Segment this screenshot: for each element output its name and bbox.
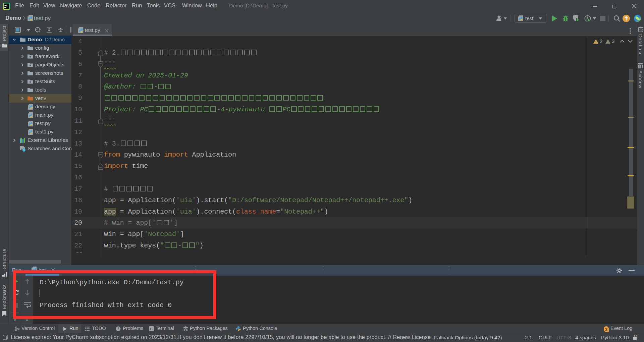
svg-text:PC: PC — [4, 4, 8, 7]
